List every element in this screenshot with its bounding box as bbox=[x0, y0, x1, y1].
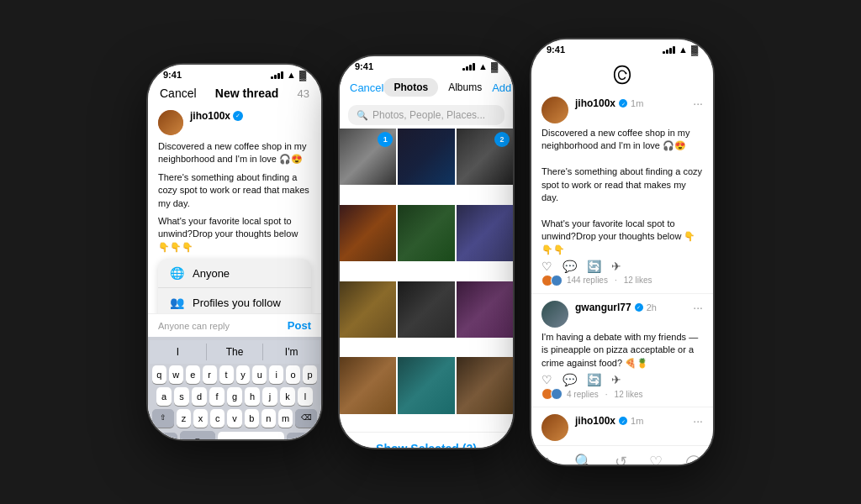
avatar-group-2 bbox=[541, 388, 560, 400]
photo-cell-7[interactable] bbox=[340, 281, 396, 338]
page-title-1: New thread bbox=[215, 87, 278, 100]
nav-activity-icon[interactable]: ♡ bbox=[649, 453, 663, 466]
like-icon-1[interactable]: ♡ bbox=[541, 260, 552, 273]
key-c[interactable]: c bbox=[210, 409, 224, 428]
key-return[interactable]: return bbox=[287, 433, 317, 441]
key-j[interactable]: j bbox=[262, 387, 277, 406]
key-shift[interactable]: ⇧ bbox=[152, 409, 174, 428]
photo-cell-5[interactable] bbox=[398, 205, 454, 261]
key-s[interactable]: s bbox=[174, 387, 189, 406]
cancel-button-2[interactable]: Cancel bbox=[350, 81, 383, 94]
key-z[interactable]: z bbox=[177, 409, 191, 428]
post-username-1[interactable]: jiho100x bbox=[575, 97, 615, 109]
key-e[interactable]: e bbox=[186, 365, 200, 384]
thread-text-2[interactable]: There's something about finding a cozy s… bbox=[158, 171, 311, 210]
dropdown-item-following[interactable]: 👥 Profiles you follow bbox=[158, 288, 311, 313]
repost-icon-2[interactable]: 🔄 bbox=[587, 373, 601, 386]
photo-cell-10[interactable] bbox=[340, 357, 396, 413]
post-avatar-2 bbox=[541, 301, 568, 328]
share-icon-1[interactable]: ✈ bbox=[611, 260, 621, 273]
key-l[interactable]: l bbox=[298, 387, 313, 406]
post-time-1: 1m bbox=[631, 98, 643, 108]
photo-cell-12[interactable] bbox=[457, 357, 513, 413]
suggestion-1[interactable]: I bbox=[150, 344, 207, 360]
post-menu-1[interactable]: ··· bbox=[693, 97, 703, 110]
photo-cell-11[interactable] bbox=[398, 357, 454, 413]
key-m[interactable]: m bbox=[278, 409, 293, 428]
add-button[interactable]: Add bbox=[492, 81, 511, 94]
post-item-2: gwangurl77 ✓ 2h ··· I'm having a debate … bbox=[531, 294, 713, 407]
photo-cell-3[interactable]: 2 bbox=[457, 129, 513, 185]
share-icon-2[interactable]: ✈ bbox=[611, 373, 621, 386]
wifi-icon-3: ▲ bbox=[679, 45, 688, 55]
post-username-2[interactable]: gwangurl77 bbox=[575, 302, 631, 313]
nav-search-icon[interactable]: 🔍 bbox=[574, 453, 593, 466]
post-avatar-3 bbox=[541, 414, 568, 441]
post-header-2: gwangurl77 ✓ 2h ··· bbox=[541, 301, 703, 328]
key-b[interactable]: b bbox=[245, 409, 259, 428]
post-stat-replies-2: 4 replies bbox=[567, 390, 599, 399]
key-r[interactable]: r bbox=[203, 365, 217, 384]
post-username-3[interactable]: jiho100x bbox=[575, 415, 615, 427]
tab-photos[interactable]: Photos bbox=[383, 78, 438, 97]
key-k[interactable]: k bbox=[280, 387, 295, 406]
post-actions-2: ♡ 💬 🔄 ✈ bbox=[541, 373, 703, 386]
photo-cell-9[interactable] bbox=[457, 281, 513, 338]
key-q[interactable]: q bbox=[152, 365, 166, 384]
key-g[interactable]: g bbox=[227, 387, 242, 406]
post-menu-3[interactable]: ··· bbox=[693, 414, 703, 428]
thread-text-3[interactable]: What's your favorite local spot to unwin… bbox=[158, 215, 311, 254]
key-y[interactable]: y bbox=[236, 365, 251, 384]
suggestion-3[interactable]: I'm bbox=[263, 344, 320, 360]
key-p[interactable]: p bbox=[303, 365, 317, 384]
nav-profile-icon[interactable]: ◯ bbox=[685, 453, 702, 466]
key-o[interactable]: o bbox=[286, 365, 300, 384]
avatar-group-1 bbox=[541, 275, 560, 286]
photo-cell-2[interactable] bbox=[398, 129, 454, 185]
svg-point-0 bbox=[625, 72, 626, 74]
like-icon-2[interactable]: ♡ bbox=[541, 373, 552, 386]
key-emoji[interactable]: ☺ bbox=[180, 431, 215, 441]
repost-icon-1[interactable]: 🔄 bbox=[587, 260, 601, 273]
nav-repost-icon[interactable]: ↺ bbox=[615, 453, 627, 466]
key-u[interactable]: u bbox=[252, 365, 267, 384]
key-delete[interactable]: ⌫ bbox=[295, 409, 317, 428]
suggestion-2[interactable]: The bbox=[207, 344, 264, 360]
key-f[interactable]: f bbox=[209, 387, 224, 406]
key-d[interactable]: d bbox=[192, 387, 207, 406]
tab-albums[interactable]: Albums bbox=[438, 78, 492, 97]
photo-cell-6[interactable] bbox=[457, 205, 513, 261]
key-h[interactable]: h bbox=[245, 387, 260, 406]
nav-home-icon[interactable]: ⌂ bbox=[542, 453, 552, 466]
key-n[interactable]: n bbox=[261, 409, 276, 428]
show-selected-text[interactable]: Show Selected (2) bbox=[376, 442, 477, 449]
post-username-row-1: jiho100x ✓ 1m ··· bbox=[575, 97, 703, 110]
reply-audience-dropdown[interactable]: 🌐 Anyone 👥 Profiles you follow @ Mention… bbox=[158, 259, 311, 313]
post-meta-3: jiho100x ✓ 1m ··· bbox=[575, 414, 703, 441]
comment-icon-1[interactable]: 💬 bbox=[563, 260, 577, 273]
photo-cell-4[interactable] bbox=[340, 205, 396, 261]
key-a[interactable]: a bbox=[156, 387, 172, 406]
post-stat-sep-2: · bbox=[605, 390, 608, 399]
post-button[interactable]: Post bbox=[288, 319, 311, 332]
photo-cell-8[interactable] bbox=[398, 281, 454, 338]
photo-cell-1[interactable]: 1 bbox=[340, 129, 396, 185]
key-space[interactable]: space bbox=[218, 432, 285, 441]
key-w[interactable]: w bbox=[169, 365, 183, 384]
key-v[interactable]: v bbox=[227, 409, 241, 428]
post-menu-2[interactable]: ··· bbox=[693, 301, 703, 314]
keyboard: I The I'm q w e r t y u i o p a s d f bbox=[148, 337, 321, 441]
search-bar-2[interactable]: 🔍 Photos, People, Places... bbox=[348, 105, 504, 125]
key-i[interactable]: i bbox=[269, 365, 283, 384]
dropdown-item-anyone[interactable]: 🌐 Anyone bbox=[158, 259, 311, 288]
show-selected-bar[interactable]: Show Selected (2) bbox=[340, 432, 513, 449]
key-x[interactable]: x bbox=[193, 409, 208, 428]
signal-icon-2 bbox=[462, 63, 475, 71]
comment-icon-2[interactable]: 💬 bbox=[563, 373, 577, 386]
thread-text-1[interactable]: Discovered a new coffee shop in my neigh… bbox=[158, 140, 311, 166]
key-abc[interactable]: ABC bbox=[152, 433, 177, 441]
cancel-button-1[interactable]: Cancel bbox=[160, 87, 197, 100]
key-t[interactable]: t bbox=[219, 365, 234, 384]
status-bar-1: 9:41 ▲ ▓ bbox=[148, 65, 321, 81]
username-1: jiho100x bbox=[190, 110, 230, 122]
